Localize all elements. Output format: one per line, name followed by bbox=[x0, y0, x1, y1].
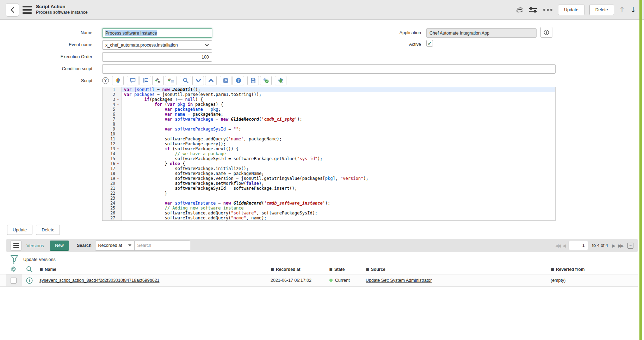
comment-button[interactable] bbox=[127, 76, 138, 85]
versions-title-link[interactable]: Versions bbox=[26, 243, 44, 248]
context-menu-icon[interactable] bbox=[23, 6, 32, 14]
fold-arrow-icon[interactable]: ▾ bbox=[115, 102, 121, 107]
find-previous-button[interactable] bbox=[205, 76, 217, 85]
code-line[interactable]: 13▾ if (softwarePackage.next()) { bbox=[103, 146, 555, 151]
format-code-button[interactable] bbox=[140, 76, 151, 85]
save-script-button[interactable] bbox=[247, 76, 259, 85]
search-field-select[interactable]: Recorded at bbox=[95, 241, 135, 251]
field-help-icon[interactable]: ? bbox=[102, 77, 109, 84]
code-line[interactable]: 24 var softwareInstance = new GlideRecor… bbox=[103, 201, 555, 206]
next-page-icon[interactable]: ▶ bbox=[612, 243, 615, 248]
code-line[interactable]: 1var jsonUtil = new JsonUtil(); bbox=[103, 87, 555, 92]
column-header-name[interactable]: ≡Name bbox=[39, 267, 56, 272]
validate-script-button[interactable] bbox=[260, 76, 272, 85]
filter-funnel-icon[interactable] bbox=[11, 255, 18, 264]
filter-breadcrumb[interactable]: Update Versions bbox=[23, 257, 56, 262]
delete-button-header[interactable]: Delete bbox=[589, 5, 614, 15]
table-row: sysevent_script_action_8acd4f2d2f303010f… bbox=[0, 274, 638, 287]
event-name-select[interactable]: x_chef_automate.process.installation bbox=[102, 40, 212, 50]
back-button[interactable] bbox=[6, 3, 19, 17]
open-window-button[interactable] bbox=[220, 76, 231, 85]
search-script-button[interactable] bbox=[180, 76, 191, 85]
row-source-link[interactable]: Update Set: System Administrator bbox=[366, 278, 432, 283]
last-page-icon[interactable]: ▶▶ bbox=[618, 243, 623, 248]
row-info-icon[interactable] bbox=[26, 277, 33, 284]
fold-arrow-icon[interactable]: ▾ bbox=[115, 176, 121, 181]
code-line[interactable]: 9 var softwarePackageSysId = ""; bbox=[103, 127, 555, 132]
list-search-icon[interactable] bbox=[26, 266, 32, 272]
code-line[interactable]: 2var packages = jsonUtil.parse(event.par… bbox=[103, 92, 555, 97]
find-next-button[interactable] bbox=[192, 76, 204, 85]
debug-script-button[interactable] bbox=[275, 76, 286, 85]
fold-arrow-icon[interactable]: ▾ bbox=[115, 161, 121, 166]
line-number-gutter: 10 bbox=[103, 132, 122, 136]
first-page-icon[interactable]: ◀◀ bbox=[555, 243, 560, 248]
scroll-down-icon[interactable]: ↓ bbox=[630, 6, 636, 14]
previous-page-icon[interactable]: ◀ bbox=[563, 243, 566, 248]
update-button-footer[interactable]: Update bbox=[7, 225, 32, 235]
column-header-recorded-at[interactable]: ≡Recorded at bbox=[271, 267, 300, 272]
column-header-state[interactable]: ≡State bbox=[329, 267, 345, 272]
code-line[interactable]: 17 softwarePackage.initialize(); bbox=[103, 166, 555, 171]
replace-button[interactable]: abac bbox=[152, 76, 164, 85]
code-text bbox=[122, 132, 555, 136]
code-line[interactable]: 19▾ softwarePackage.version = jsonUtil.g… bbox=[103, 176, 555, 181]
script-code-editor[interactable]: 1var jsonUtil = new JsonUtil();2var pack… bbox=[102, 87, 556, 221]
code-line[interactable]: 27 softwareInstance.addQuery("name", nam… bbox=[103, 215, 555, 220]
code-line[interactable]: 25 // Adding new software instance bbox=[103, 206, 555, 211]
replace-all-button[interactable]: ab bbox=[165, 76, 177, 85]
scroll-up-icon[interactable]: ↑ bbox=[619, 6, 625, 14]
execution-order-input[interactable]: 100 bbox=[102, 52, 212, 62]
pagination-range: to 4 of 4 bbox=[592, 243, 608, 248]
check-icon: ✓ bbox=[428, 41, 432, 46]
code-line[interactable]: 7 var softwarePackage = new GlideRecord(… bbox=[103, 117, 555, 122]
name-input-selected-text: Process software Instance bbox=[105, 30, 157, 36]
fold-spacer bbox=[115, 87, 121, 92]
more-options-icon[interactable] bbox=[543, 9, 553, 11]
code-line[interactable]: 14 // we have a package bbox=[103, 151, 555, 156]
code-line[interactable]: 8 bbox=[103, 122, 555, 127]
active-checkbox[interactable]: ✓ bbox=[426, 40, 433, 47]
code-line[interactable]: 4▾ for (var pkg in packages) { bbox=[103, 102, 555, 107]
code-line[interactable]: 18 softwarePackage.name = packageName; bbox=[103, 171, 555, 176]
code-line[interactable]: 16▾ } else { bbox=[103, 161, 555, 166]
row-checkbox[interactable] bbox=[11, 278, 17, 284]
versions-search-input[interactable]: Search bbox=[135, 241, 190, 251]
fold-arrow-icon[interactable]: ▾ bbox=[115, 146, 121, 151]
pagination: ◀◀ ◀ 1 to 4 of 4 ▶ ▶▶ − bbox=[555, 241, 633, 250]
code-text: var packageName = pkg; bbox=[122, 107, 555, 112]
code-line[interactable]: 10 bbox=[103, 132, 555, 136]
code-line[interactable]: 23 bbox=[103, 196, 555, 201]
editor-help-button[interactable]: ? bbox=[233, 76, 244, 85]
column-header-source[interactable]: ≡Source bbox=[366, 267, 385, 272]
application-info-button[interactable] bbox=[540, 27, 552, 38]
chevron-down-icon bbox=[205, 44, 209, 46]
code-line[interactable]: 12 softwarePackage.query(); bbox=[103, 141, 555, 146]
code-line[interactable]: 3▾ if(packages !== null) { bbox=[103, 97, 555, 102]
code-line[interactable]: 15 softwarePackageSysId = softwarePackag… bbox=[103, 156, 555, 161]
row-name-link[interactable]: sysevent_script_action_8acd4f2d2f303010f… bbox=[39, 278, 160, 283]
code-line[interactable]: 6 var name = packageName; bbox=[103, 112, 555, 117]
column-header-reverted-from[interactable]: ≡Reverted from bbox=[551, 267, 584, 272]
minimize-list-icon[interactable]: − bbox=[627, 243, 633, 249]
code-line[interactable]: 5 var packageName = pkg; bbox=[103, 107, 555, 112]
code-line[interactable]: 11 softwarePackage.addQuery('name', pack… bbox=[103, 136, 555, 141]
fold-spacer bbox=[115, 112, 121, 117]
condition-script-input[interactable] bbox=[102, 64, 556, 74]
list-context-menu-icon[interactable] bbox=[11, 241, 21, 251]
personalize-icon[interactable] bbox=[528, 5, 538, 14]
update-button-header[interactable]: Update bbox=[558, 5, 584, 15]
code-line[interactable]: 26 softwareInstance.addQuery("software",… bbox=[103, 211, 555, 215]
new-version-button[interactable]: New bbox=[50, 241, 69, 251]
fold-arrow-icon[interactable]: ▾ bbox=[115, 97, 121, 102]
code-line[interactable]: 22 } bbox=[103, 191, 555, 196]
fold-spacer bbox=[115, 151, 121, 156]
page-number-input[interactable]: 1 bbox=[569, 241, 588, 250]
attachment-icon[interactable] bbox=[514, 5, 524, 14]
list-settings-icon[interactable] bbox=[10, 266, 17, 273]
code-line[interactable]: 21 softwarePackageSysId = softwarePackag… bbox=[103, 186, 555, 191]
delete-button-footer[interactable]: Delete bbox=[36, 225, 60, 235]
syntax-editor-toggle-button[interactable] bbox=[112, 76, 124, 85]
code-line[interactable]: 20 softwarePackage.setWorkflow(false); bbox=[103, 181, 555, 186]
name-input[interactable]: Process software Instance bbox=[102, 28, 212, 38]
